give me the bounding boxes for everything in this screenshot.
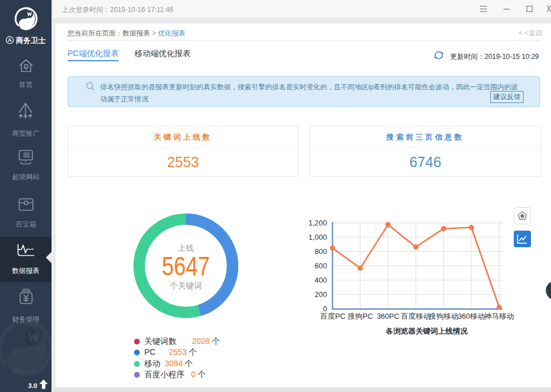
svg-text:1,200: 1,200 <box>309 219 327 227</box>
svg-text:神马移动: 神马移动 <box>484 312 514 320</box>
svg-text:搜狗移动: 搜狗移动 <box>428 312 459 320</box>
svg-text:200: 200 <box>314 290 327 299</box>
svg-text:360PC: 360PC <box>377 312 400 320</box>
svg-text:400: 400 <box>314 276 327 284</box>
svg-text:600: 600 <box>314 262 327 270</box>
svg-text:360移动: 360移动 <box>458 312 485 320</box>
svg-text:1,000: 1,000 <box>309 233 327 241</box>
svg-text:800: 800 <box>314 247 327 256</box>
svg-text:百度移动: 百度移动 <box>401 312 431 320</box>
svg-text:A: A <box>8 37 12 43</box>
svg-text:百度PC: 百度PC <box>320 312 345 320</box>
svg-text:搜狗PC: 搜狗PC <box>347 312 373 320</box>
